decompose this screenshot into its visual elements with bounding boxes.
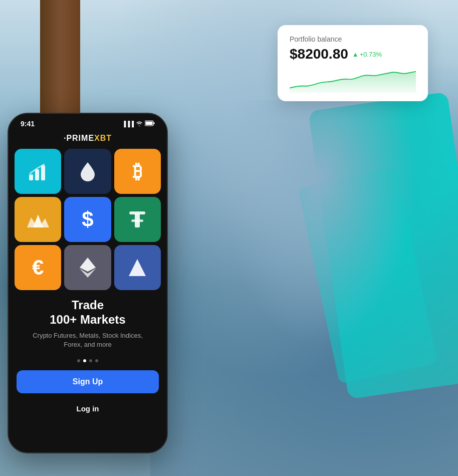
market-icon-index [15, 149, 61, 194]
svg-rect-3 [29, 174, 33, 180]
battery-icon [145, 120, 155, 127]
dot-3 [89, 359, 92, 362]
trade-subtitle: Crypto Futures, Metals, Stock Indices,Fo… [19, 331, 157, 349]
euro-symbol: € [32, 256, 44, 280]
index-chart-icon [27, 160, 49, 182]
login-button[interactable]: Log in [17, 398, 159, 419]
signal-icon: ▐▐▐ [122, 121, 134, 127]
triangle-icon [128, 258, 147, 277]
dot-1 [77, 359, 80, 362]
trade-title-line1: Trade [72, 298, 104, 312]
phone-mockup: 9:41 ▐▐▐ [8, 113, 168, 453]
chart-fill [290, 72, 416, 93]
market-icon-ethereum [64, 245, 111, 290]
portfolio-change: ▲ +0.73% [352, 51, 382, 58]
phone-buttons: Sign Up Log in [9, 366, 167, 425]
svg-marker-12 [80, 258, 96, 272]
market-icon-usd: $ [64, 197, 111, 242]
portfolio-change-value: +0.73% [360, 51, 382, 58]
phone-inner: 9:41 ▐▐▐ [9, 114, 167, 452]
portfolio-amount: $8200.80 [290, 46, 348, 62]
page-dots [9, 353, 167, 366]
status-time: 9:41 [21, 120, 35, 128]
chart-svg [290, 68, 416, 93]
market-icon-eur: € [15, 245, 61, 290]
svg-rect-11 [131, 219, 143, 222]
photo-overlay [150, 100, 458, 476]
trade-section: Trade 100+ Markets Crypto Futures, Metal… [9, 290, 167, 353]
market-icon-other [114, 245, 161, 290]
svg-marker-14 [129, 259, 146, 276]
wifi-icon [136, 120, 143, 127]
svg-rect-1 [154, 122, 155, 124]
bitcoin-symbol: ₿ [133, 160, 142, 182]
drop-icon [79, 160, 97, 182]
portfolio-label: Portfolio balance [290, 35, 416, 43]
logo-prime-text: ·PRIME [64, 134, 94, 142]
dot-4 [95, 359, 98, 362]
dot-2-active [83, 359, 86, 362]
portfolio-chart [290, 68, 416, 93]
svg-rect-4 [35, 169, 39, 180]
status-bar: 9:41 ▐▐▐ [9, 114, 167, 132]
market-icon-tether [114, 197, 161, 242]
logo-xbt-text: XBT [94, 134, 112, 142]
app-logo: ·PRIMEXBT [9, 132, 167, 149]
dollar-symbol: $ [82, 207, 93, 231]
market-grid: ₿ $ € [9, 149, 167, 290]
portfolio-value-row: $8200.80 ▲ +0.73% [290, 46, 416, 62]
market-icon-bitcoin: ₿ [114, 149, 161, 194]
up-arrow-icon: ▲ [352, 51, 359, 58]
trade-subtitle-text: Crypto Futures, Metals, Stock Indices,Fo… [33, 332, 143, 348]
trade-title-line2: 100+ Markets [50, 313, 125, 326]
market-icon-gold [15, 197, 61, 242]
signup-button[interactable]: Sign Up [17, 370, 159, 393]
ethereum-icon [79, 257, 97, 279]
portfolio-card: Portfolio balance $8200.80 ▲ +0.73% [278, 25, 428, 101]
status-icons: ▐▐▐ [122, 120, 155, 127]
trade-title: Trade 100+ Markets [19, 298, 157, 327]
tether-icon [126, 208, 148, 230]
gold-mountains-icon [27, 209, 49, 229]
svg-rect-5 [41, 165, 45, 180]
svg-rect-2 [146, 122, 153, 125]
market-icon-oil [64, 149, 111, 194]
